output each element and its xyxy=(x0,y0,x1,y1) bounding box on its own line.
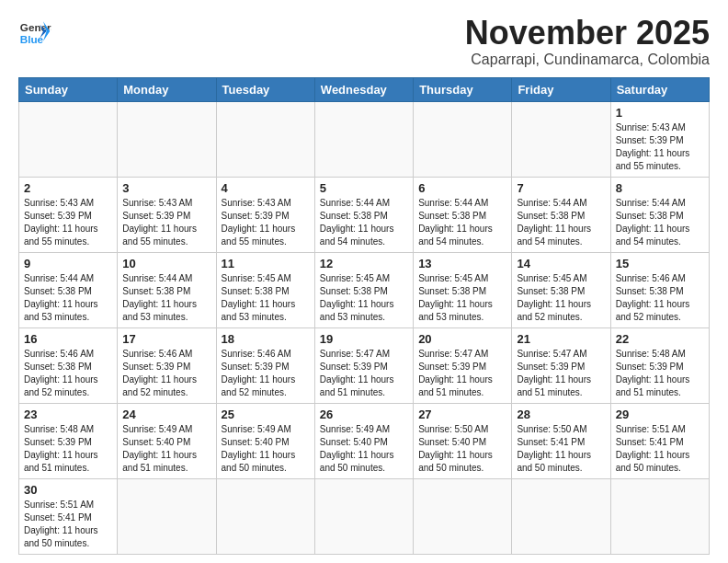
calendar-week-row: 30Sunrise: 5:51 AM Sunset: 5:41 PM Dayli… xyxy=(19,478,710,554)
cell-content: Sunrise: 5:43 AM Sunset: 5:39 PM Dayligh… xyxy=(616,121,704,173)
calendar-cell xyxy=(216,101,314,177)
calendar-cell: 10Sunrise: 5:44 AM Sunset: 5:38 PM Dayli… xyxy=(118,252,216,327)
day-number: 14 xyxy=(517,257,605,270)
calendar-cell: 27Sunrise: 5:50 AM Sunset: 5:40 PM Dayli… xyxy=(414,403,512,478)
day-number: 28 xyxy=(517,408,605,421)
cell-content: Sunrise: 5:47 AM Sunset: 5:39 PM Dayligh… xyxy=(320,348,408,399)
day-number: 10 xyxy=(122,257,210,270)
cell-content: Sunrise: 5:45 AM Sunset: 5:38 PM Dayligh… xyxy=(517,272,605,324)
day-number: 16 xyxy=(24,332,112,346)
cell-content: Sunrise: 5:49 AM Sunset: 5:40 PM Dayligh… xyxy=(122,423,210,475)
cell-content: Sunrise: 5:43 AM Sunset: 5:39 PM Dayligh… xyxy=(222,197,310,248)
day-number: 13 xyxy=(418,257,506,270)
calendar-cell: 23Sunrise: 5:48 AM Sunset: 5:39 PM Dayli… xyxy=(19,403,118,478)
calendar-header-row: SundayMondayTuesdayWednesdayThursdayFrid… xyxy=(19,77,710,101)
calendar-cell: 18Sunrise: 5:46 AM Sunset: 5:39 PM Dayli… xyxy=(216,327,314,403)
day-of-week-header: Monday xyxy=(118,77,216,101)
calendar-cell: 7Sunrise: 5:44 AM Sunset: 5:38 PM Daylig… xyxy=(512,177,610,252)
calendar-cell: 22Sunrise: 5:48 AM Sunset: 5:39 PM Dayli… xyxy=(610,327,709,403)
calendar-cell: 14Sunrise: 5:45 AM Sunset: 5:38 PM Dayli… xyxy=(512,252,610,327)
cell-content: Sunrise: 5:47 AM Sunset: 5:39 PM Dayligh… xyxy=(517,348,605,399)
calendar-cell: 17Sunrise: 5:46 AM Sunset: 5:39 PM Dayli… xyxy=(118,327,216,403)
day-number: 9 xyxy=(24,257,112,270)
calendar-cell: 13Sunrise: 5:45 AM Sunset: 5:38 PM Dayli… xyxy=(414,252,512,327)
cell-content: Sunrise: 5:44 AM Sunset: 5:38 PM Dayligh… xyxy=(320,197,408,248)
cell-content: Sunrise: 5:48 AM Sunset: 5:39 PM Dayligh… xyxy=(24,423,112,475)
cell-content: Sunrise: 5:49 AM Sunset: 5:40 PM Dayligh… xyxy=(320,423,408,475)
calendar-body: 1Sunrise: 5:43 AM Sunset: 5:39 PM Daylig… xyxy=(19,101,710,554)
calendar-cell: 5Sunrise: 5:44 AM Sunset: 5:38 PM Daylig… xyxy=(314,177,413,252)
calendar-cell: 2Sunrise: 5:43 AM Sunset: 5:39 PM Daylig… xyxy=(19,177,118,252)
day-number: 11 xyxy=(222,257,310,270)
day-number: 19 xyxy=(320,332,408,346)
cell-content: Sunrise: 5:44 AM Sunset: 5:38 PM Dayligh… xyxy=(517,197,605,248)
day-number: 8 xyxy=(616,181,704,195)
day-number: 23 xyxy=(24,408,112,421)
day-number: 24 xyxy=(122,408,210,421)
day-number: 30 xyxy=(24,483,112,497)
calendar-cell: 21Sunrise: 5:47 AM Sunset: 5:39 PM Dayli… xyxy=(512,327,610,403)
calendar-cell: 8Sunrise: 5:44 AM Sunset: 5:38 PM Daylig… xyxy=(610,177,709,252)
header: General Blue November 2025 Caparrapi, Cu… xyxy=(18,15,710,68)
calendar-cell: 3Sunrise: 5:43 AM Sunset: 5:39 PM Daylig… xyxy=(118,177,216,252)
cell-content: Sunrise: 5:46 AM Sunset: 5:38 PM Dayligh… xyxy=(24,348,112,399)
calendar-cell: 26Sunrise: 5:49 AM Sunset: 5:40 PM Dayli… xyxy=(314,403,413,478)
cell-content: Sunrise: 5:45 AM Sunset: 5:38 PM Dayligh… xyxy=(222,272,310,324)
calendar-week-row: 1Sunrise: 5:43 AM Sunset: 5:39 PM Daylig… xyxy=(19,101,710,177)
calendar-cell: 24Sunrise: 5:49 AM Sunset: 5:40 PM Dayli… xyxy=(118,403,216,478)
calendar: SundayMondayTuesdayWednesdayThursdayFrid… xyxy=(18,77,710,555)
cell-content: Sunrise: 5:43 AM Sunset: 5:39 PM Dayligh… xyxy=(122,197,210,248)
calendar-week-row: 9Sunrise: 5:44 AM Sunset: 5:38 PM Daylig… xyxy=(19,252,710,327)
calendar-cell: 9Sunrise: 5:44 AM Sunset: 5:38 PM Daylig… xyxy=(19,252,118,327)
day-number: 6 xyxy=(418,181,506,195)
cell-content: Sunrise: 5:50 AM Sunset: 5:41 PM Dayligh… xyxy=(517,423,605,475)
day-number: 20 xyxy=(418,332,506,346)
day-number: 22 xyxy=(616,332,704,346)
cell-content: Sunrise: 5:45 AM Sunset: 5:38 PM Dayligh… xyxy=(418,272,506,324)
day-number: 27 xyxy=(418,408,506,421)
calendar-cell: 30Sunrise: 5:51 AM Sunset: 5:41 PM Dayli… xyxy=(19,478,118,554)
day-number: 21 xyxy=(517,332,605,346)
calendar-cell xyxy=(512,478,610,554)
day-number: 26 xyxy=(320,408,408,421)
cell-content: Sunrise: 5:45 AM Sunset: 5:38 PM Dayligh… xyxy=(320,272,408,324)
day-number: 3 xyxy=(122,181,210,195)
cell-content: Sunrise: 5:47 AM Sunset: 5:39 PM Dayligh… xyxy=(418,348,506,399)
calendar-cell: 20Sunrise: 5:47 AM Sunset: 5:39 PM Dayli… xyxy=(414,327,512,403)
day-number: 17 xyxy=(122,332,210,346)
calendar-week-row: 23Sunrise: 5:48 AM Sunset: 5:39 PM Dayli… xyxy=(19,403,710,478)
calendar-cell: 25Sunrise: 5:49 AM Sunset: 5:40 PM Dayli… xyxy=(216,403,314,478)
calendar-cell xyxy=(19,101,118,177)
day-number: 7 xyxy=(517,181,605,195)
cell-content: Sunrise: 5:44 AM Sunset: 5:38 PM Dayligh… xyxy=(418,197,506,248)
day-of-week-header: Friday xyxy=(512,77,610,101)
calendar-cell: 19Sunrise: 5:47 AM Sunset: 5:39 PM Dayli… xyxy=(314,327,413,403)
svg-text:Blue: Blue xyxy=(20,33,44,45)
calendar-cell: 1Sunrise: 5:43 AM Sunset: 5:39 PM Daylig… xyxy=(610,101,709,177)
day-number: 2 xyxy=(24,181,112,195)
day-of-week-header: Sunday xyxy=(19,77,118,101)
calendar-cell: 16Sunrise: 5:46 AM Sunset: 5:38 PM Dayli… xyxy=(19,327,118,403)
location-title: Caparrapi, Cundinamarca, Colombia xyxy=(465,52,710,68)
calendar-week-row: 2Sunrise: 5:43 AM Sunset: 5:39 PM Daylig… xyxy=(19,177,710,252)
month-title: November 2025 xyxy=(465,15,710,52)
cell-content: Sunrise: 5:44 AM Sunset: 5:38 PM Dayligh… xyxy=(122,272,210,324)
calendar-cell: 4Sunrise: 5:43 AM Sunset: 5:39 PM Daylig… xyxy=(216,177,314,252)
cell-content: Sunrise: 5:46 AM Sunset: 5:39 PM Dayligh… xyxy=(122,348,210,399)
day-of-week-header: Thursday xyxy=(414,77,512,101)
calendar-cell: 6Sunrise: 5:44 AM Sunset: 5:38 PM Daylig… xyxy=(414,177,512,252)
calendar-cell xyxy=(314,478,413,554)
day-of-week-header: Tuesday xyxy=(216,77,314,101)
day-number: 1 xyxy=(616,106,704,120)
cell-content: Sunrise: 5:46 AM Sunset: 5:38 PM Dayligh… xyxy=(616,272,704,324)
day-number: 29 xyxy=(616,408,704,421)
day-number: 15 xyxy=(616,257,704,270)
calendar-cell xyxy=(118,478,216,554)
calendar-cell xyxy=(314,101,413,177)
cell-content: Sunrise: 5:43 AM Sunset: 5:39 PM Dayligh… xyxy=(24,197,112,248)
calendar-cell xyxy=(216,478,314,554)
cell-content: Sunrise: 5:48 AM Sunset: 5:39 PM Dayligh… xyxy=(616,348,704,399)
cell-content: Sunrise: 5:44 AM Sunset: 5:38 PM Dayligh… xyxy=(616,197,704,248)
calendar-cell: 12Sunrise: 5:45 AM Sunset: 5:38 PM Dayli… xyxy=(314,252,413,327)
calendar-cell: 15Sunrise: 5:46 AM Sunset: 5:38 PM Dayli… xyxy=(610,252,709,327)
